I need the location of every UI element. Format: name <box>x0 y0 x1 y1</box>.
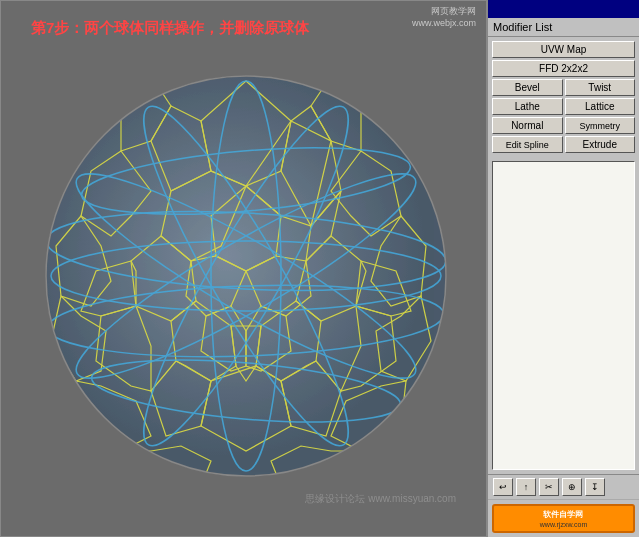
watermark-top: 网页教学网 www.webjx.com <box>412 5 476 28</box>
modifier-list-label: Modifier List <box>488 18 639 37</box>
symmetry-button[interactable]: Symmetry <box>565 117 636 134</box>
modifier-dropdown-area <box>492 161 635 470</box>
step-text: 第7步：两个球体同样操作，并删除原球体 <box>31 19 309 38</box>
brand-box: 软件自学网 www.rjzxw.com <box>492 504 635 533</box>
sphere-canvas <box>21 51 471 501</box>
bottom-toolbar: ↩ ↑ ✂ ⊕ ↧ <box>488 474 639 499</box>
add-icon[interactable]: ⊕ <box>562 478 582 496</box>
watermark-bottom: 思缘设计论坛 www.missyuan.com <box>305 492 456 506</box>
normal-button[interactable]: Normal <box>492 117 563 134</box>
twist-button[interactable]: Twist <box>565 79 636 96</box>
lattice-button[interactable]: Lattice <box>565 98 636 115</box>
edit-spline-button[interactable]: Edit Spline <box>492 136 563 153</box>
panel-top-bar <box>488 0 639 18</box>
cut-icon[interactable]: ✂ <box>539 478 559 496</box>
collapse-icon[interactable]: ↧ <box>585 478 605 496</box>
svg-point-1 <box>46 76 446 476</box>
brand-banner: 软件自学网 www.rjzxw.com <box>488 499 639 537</box>
ffd-button[interactable]: FFD 2x2x2 <box>492 60 635 77</box>
brand-text: 软件自学网 <box>540 509 587 520</box>
brand-sub: www.rjzxw.com <box>540 521 587 528</box>
move-up-icon[interactable]: ↑ <box>516 478 536 496</box>
right-panel: Modifier List UVW Map FFD 2x2x2 Bevel Tw… <box>487 0 639 537</box>
lathe-button[interactable]: Lathe <box>492 98 563 115</box>
extrude-button[interactable]: Extrude <box>565 136 636 153</box>
bevel-button[interactable]: Bevel <box>492 79 563 96</box>
undo-icon[interactable]: ↩ <box>493 478 513 496</box>
uvwmap-button[interactable]: UVW Map <box>492 41 635 58</box>
buttons-grid: UVW Map FFD 2x2x2 Bevel Twist Lathe Latt… <box>488 37 639 157</box>
viewport: 第7步：两个球体同样操作，并删除原球体 网页教学网 www.webjx.com <box>0 0 487 537</box>
